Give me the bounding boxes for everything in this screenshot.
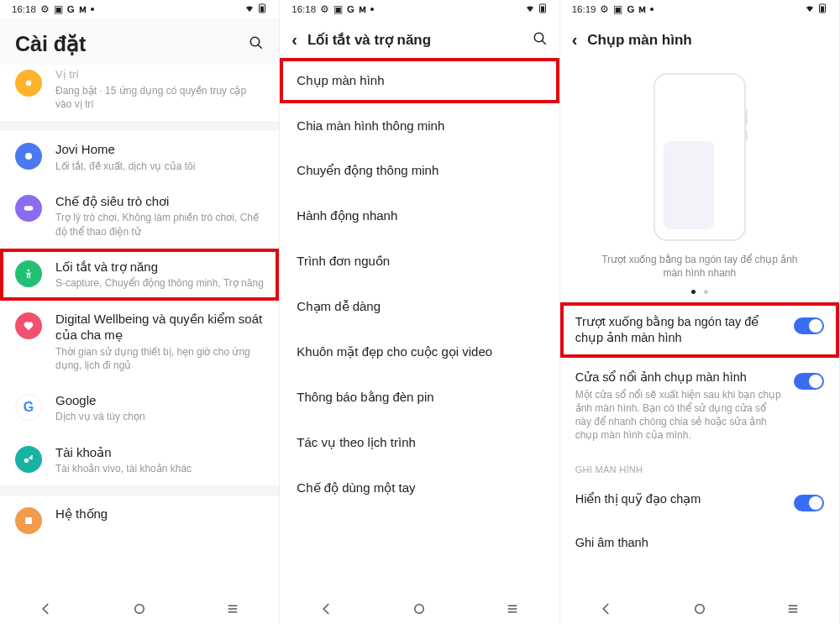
game-icon xyxy=(15,195,42,222)
svg-point-4 xyxy=(26,81,32,87)
toggle-switch[interactable] xyxy=(794,373,824,390)
item-title: Chế độ siêu trò chơi xyxy=(55,193,264,210)
item-title: Tài khoản xyxy=(55,444,264,461)
toggle-title: Cửa sổ nổi ảnh chụp màn hình xyxy=(575,370,784,385)
divider xyxy=(0,485,279,496)
search-icon[interactable] xyxy=(249,35,264,54)
row-audio-record[interactable]: Ghi âm thanh xyxy=(560,523,839,563)
nav-back[interactable] xyxy=(37,600,55,618)
page-dots[interactable] xyxy=(691,290,708,294)
more-icon xyxy=(91,8,94,11)
google-icon: G xyxy=(67,4,75,14)
toggle-switch[interactable] xyxy=(794,495,824,511)
key-icon xyxy=(15,446,42,473)
dot-inactive xyxy=(704,290,708,294)
toggle-three-finger[interactable]: Trượt xuống bằng ba ngón tay để chụp ảnh… xyxy=(560,302,839,358)
nav-back[interactable] xyxy=(597,600,616,618)
header: ‹ Lối tắt và trợ năng xyxy=(280,18,559,58)
nav-recents[interactable] xyxy=(503,600,522,618)
nav-recents[interactable] xyxy=(784,600,802,618)
gear-icon: ⚙ xyxy=(40,3,50,15)
svg-point-24 xyxy=(696,605,705,614)
wifi-icon xyxy=(244,3,255,15)
search-icon[interactable] xyxy=(533,31,548,50)
status-bar: 16:19 ⚙ ▣ G ᴍ xyxy=(560,0,839,18)
item-schedule[interactable]: Tác vụ theo lịch trình xyxy=(280,420,559,465)
wifi-icon xyxy=(805,3,815,15)
svg-point-8 xyxy=(24,458,29,462)
item-title: Vị trí xyxy=(55,68,264,82)
google-icon: G xyxy=(347,4,354,14)
screen-screenshot: 16:19 ⚙ ▣ G ᴍ ‹ Chụp màn hình Trượt xuốn… xyxy=(560,0,840,624)
clock: 16:18 xyxy=(12,4,36,14)
header: Cài đặt xyxy=(0,18,279,65)
toggle-touch-path[interactable]: Hiển thị quỹ đạo chạm xyxy=(560,480,839,523)
back-icon[interactable]: ‹ xyxy=(291,30,297,50)
item-facebeauty[interactable]: Khuôn mặt đẹp cho cuộc gọi video xyxy=(280,329,559,375)
accessibility-icon xyxy=(15,260,42,287)
page-title: Cài đặt xyxy=(15,32,86,56)
nav-home[interactable] xyxy=(130,600,149,618)
item-screenshot[interactable]: Chụp màn hình xyxy=(280,58,559,103)
nav-home[interactable] xyxy=(690,600,709,618)
item-splitscreen[interactable]: Chia màn hình thông minh xyxy=(280,103,559,148)
toggle-subtitle: Một cửa sổ nổi sẽ xuất hiện sau khi bạn … xyxy=(575,388,784,443)
nav-bar xyxy=(280,594,559,624)
item-subtitle: Dịch vụ và tùy chọn xyxy=(55,410,264,423)
svg-point-18 xyxy=(415,605,424,614)
item-subtitle: Đang bật · 15 ứng dụng có quyền truy cập… xyxy=(55,84,264,111)
back-icon[interactable]: ‹ xyxy=(572,30,578,50)
svg-line-17 xyxy=(542,40,546,45)
list-item-location[interactable]: Vị trí Đang bật · 15 ứng dụng có quyền t… xyxy=(0,65,279,121)
divider xyxy=(0,121,279,131)
list-item-wellbeing[interactable]: Digital Wellbeing và quyền kiểm soát của… xyxy=(0,301,279,382)
item-quickaction[interactable]: Hành động nhanh xyxy=(280,193,559,239)
item-subtitle: Lối tắt, đề xuất, dịch vụ của tôi xyxy=(55,160,264,173)
svg-point-5 xyxy=(25,153,32,160)
item-onehand[interactable]: Chế độ dùng một tay xyxy=(280,465,559,511)
svg-point-16 xyxy=(534,33,543,42)
illustration: Trượt xuống bằng ba ngón tay để chụp ảnh… xyxy=(560,58,839,302)
list-item-system[interactable]: Hệ thống xyxy=(0,496,279,544)
google-icon: G xyxy=(627,4,634,14)
svg-point-7 xyxy=(28,269,30,271)
screen-shortcuts: 16:18 ⚙ ▣ G ᴍ ‹ Lối tắt và trợ năng Chụp… xyxy=(280,0,559,624)
svg-rect-6 xyxy=(24,206,34,210)
list-item-google[interactable]: G Google Dịch vụ và tùy chọn xyxy=(0,382,279,434)
item-flashlight[interactable]: Thông báo bằng đèn pin xyxy=(280,375,559,420)
nav-recents[interactable] xyxy=(223,600,242,618)
list-item-jovi[interactable]: Jovi Home Lối tắt, đề xuất, dịch vụ của … xyxy=(0,131,279,183)
page-title: Lối tắt và trợ năng xyxy=(307,31,522,49)
toggle-title: Hiển thị quỹ đạo chạm xyxy=(575,491,784,507)
svg-rect-1 xyxy=(260,7,264,13)
item-powermenu[interactable]: Trình đơn nguồn xyxy=(280,239,559,284)
list-item-shortcuts[interactable]: Lối tắt và trợ năng S-capture, Chuyển độ… xyxy=(0,249,279,301)
illustration-caption: Trượt xuống bằng ba ngón tay để chụp ảnh… xyxy=(577,253,822,280)
toggle-floating-window[interactable]: Cửa sổ nổi ảnh chụp màn hình Một cửa sổ … xyxy=(560,358,839,454)
nav-back[interactable] xyxy=(318,600,336,618)
app-icon: ▣ xyxy=(613,3,622,15)
heart-icon xyxy=(15,312,42,339)
m-icon: ᴍ xyxy=(638,3,646,15)
google-icon: G xyxy=(15,394,42,421)
item-title: Hệ thống xyxy=(55,506,264,522)
nav-bar xyxy=(560,594,839,624)
nav-home[interactable] xyxy=(410,600,428,618)
list-item-accounts[interactable]: Tài khoản Tài khoản vivo, tài khoản khác xyxy=(0,434,279,486)
svg-rect-23 xyxy=(821,7,824,13)
item-easytouch[interactable]: Chạm dễ dàng xyxy=(280,284,559,329)
toggle-switch[interactable] xyxy=(794,317,824,334)
svg-point-10 xyxy=(135,605,144,614)
battery-icon xyxy=(538,3,548,15)
toggle-title: Trượt xuống bằng ba ngón tay để chụp ảnh… xyxy=(575,314,784,346)
item-subtitle: Thời gian sử dụng thiết bị, hẹn giờ cho … xyxy=(55,345,264,372)
gear-icon: ⚙ xyxy=(320,3,329,15)
item-subtitle: S-capture, Chuyển động thông minh, Trợ n… xyxy=(55,276,264,290)
list-item-game[interactable]: Chế độ siêu trò chơi Trợ lý trò chơi, Kh… xyxy=(0,183,279,249)
m-icon: ᴍ xyxy=(359,3,366,15)
battery-icon xyxy=(257,3,267,15)
item-smartmotion[interactable]: Chuyển động thông minh xyxy=(280,148,559,193)
battery-icon xyxy=(817,3,827,15)
page-title: Chụp màn hình xyxy=(587,31,827,49)
more-icon xyxy=(370,8,374,11)
